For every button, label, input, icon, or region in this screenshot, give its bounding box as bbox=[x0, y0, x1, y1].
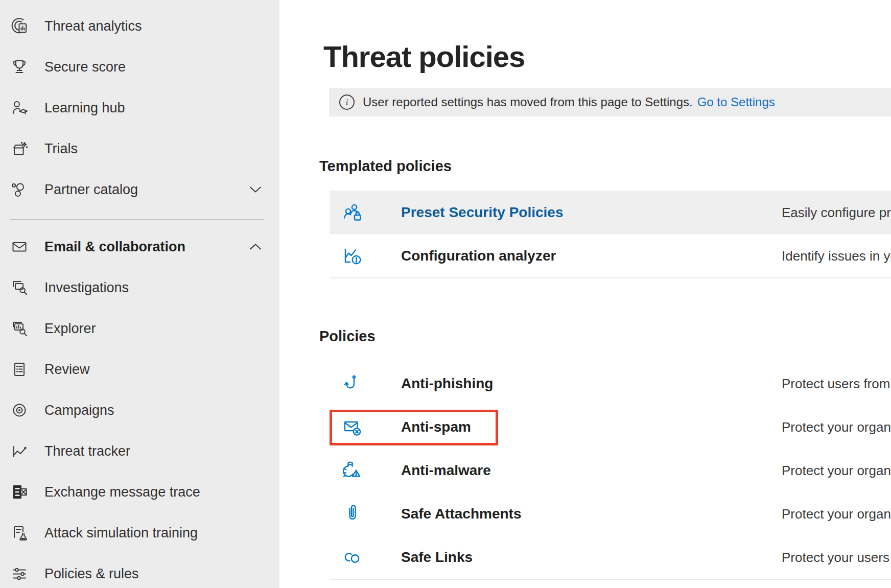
section-heading-policies: Policies bbox=[319, 328, 376, 345]
sidebar-item-threat-analytics[interactable]: Threat analytics bbox=[0, 6, 279, 46]
row-description: Easily configure prot bbox=[782, 204, 891, 220]
sidebar-item-label: Threat tracker bbox=[44, 443, 130, 459]
row-label: Preset Security Policies bbox=[401, 204, 564, 221]
sidebar-item-label: Exchange message trace bbox=[44, 484, 200, 500]
row-safe-links[interactable]: Safe Links Protect your users fr bbox=[330, 535, 891, 580]
row-anti-phishing[interactable]: Anti-phishing Protect users from p bbox=[330, 362, 891, 406]
exchange-icon bbox=[9, 482, 30, 502]
chevron-up-icon bbox=[249, 243, 262, 251]
sidebar-item-label: Attack simulation training bbox=[44, 525, 198, 541]
row-label: Safe Attachments bbox=[401, 506, 521, 522]
row-description: Protect your organiz bbox=[782, 462, 891, 478]
sidebar-item-investigations[interactable]: Investigations bbox=[0, 267, 279, 308]
sidebar-item-label: Learning hub bbox=[44, 100, 125, 116]
safe-links-icon bbox=[341, 546, 364, 569]
row-description: Protect your users fr bbox=[782, 549, 891, 565]
row-label: Anti-spam bbox=[401, 419, 471, 435]
sidebar-item-threat-tracker[interactable]: Threat tracker bbox=[0, 431, 279, 472]
row-label: Anti-malware bbox=[401, 462, 491, 479]
sidebar-item-partner-catalog[interactable]: Partner catalog bbox=[0, 169, 279, 210]
trials-icon bbox=[9, 138, 30, 159]
row-safe-attachments[interactable]: Safe Attachments Protect your organiz bbox=[330, 492, 891, 536]
sidebar-item-review[interactable]: Review bbox=[0, 349, 279, 390]
section-heading-templated-policies: Templated policies bbox=[319, 158, 452, 175]
chevron-down-icon bbox=[249, 185, 262, 194]
preset-security-policies-icon bbox=[341, 201, 364, 224]
partner-catalog-icon bbox=[9, 179, 30, 200]
row-anti-malware[interactable]: Anti-malware Protect your organiz bbox=[330, 449, 891, 493]
anti-spam-icon bbox=[341, 416, 364, 438]
threat-tracker-icon bbox=[9, 441, 30, 461]
attack-simulation-icon bbox=[9, 523, 30, 543]
sidebar-item-campaigns[interactable]: Campaigns bbox=[0, 390, 279, 431]
row-anti-spam[interactable]: Anti-spam Protect your organiz bbox=[330, 405, 891, 450]
sidebar-item-label: Email & collaboration bbox=[44, 239, 185, 255]
configuration-analyzer-icon bbox=[341, 245, 364, 267]
threat-analytics-icon bbox=[9, 16, 30, 36]
row-label: Safe Links bbox=[401, 549, 473, 566]
sidebar-item-label: Review bbox=[44, 362, 90, 378]
row-label: Configuration analyzer bbox=[401, 248, 556, 264]
sidebar-item-learning-hub[interactable]: Learning hub bbox=[0, 87, 279, 128]
info-icon: i bbox=[339, 95, 355, 110]
anti-malware-icon bbox=[341, 459, 364, 482]
go-to-settings-link[interactable]: Go to Settings bbox=[697, 95, 775, 109]
sidebar-item-label: Threat analytics bbox=[44, 18, 142, 34]
learning-hub-icon bbox=[9, 98, 30, 118]
sidebar-item-label: Explorer bbox=[44, 321, 96, 337]
info-banner: i User reported settings has moved from … bbox=[329, 88, 891, 116]
sidebar-item-trials[interactable]: Trials bbox=[0, 128, 279, 169]
sidebar-item-label: Investigations bbox=[44, 280, 129, 296]
row-description: Protect your organiz bbox=[782, 506, 891, 522]
row-configuration-analyzer[interactable]: Configuration analyzer Identify issues i… bbox=[330, 234, 891, 278]
explorer-icon bbox=[9, 318, 30, 339]
row-preset-security-policies[interactable]: Preset Security Policies Easily configur… bbox=[330, 191, 891, 234]
investigations-icon bbox=[9, 277, 30, 298]
row-description: Identify issues in you bbox=[782, 248, 891, 264]
sidebar-item-label: Campaigns bbox=[44, 403, 114, 418]
page-title: Threat policies bbox=[323, 39, 525, 74]
sidebar-item-secure-score[interactable]: Secure score bbox=[0, 46, 279, 87]
row-description: Protect your organiz bbox=[782, 419, 891, 435]
sidebar-item-email-collaboration[interactable]: Email & collaboration bbox=[0, 226, 279, 267]
sidebar-item-label: Secure score bbox=[44, 59, 126, 75]
secure-score-icon bbox=[9, 57, 30, 77]
sidebar-item-label: Policies & rules bbox=[44, 566, 139, 582]
anti-phishing-icon bbox=[341, 372, 364, 395]
sidebar-item-policies-rules[interactable]: Policies & rules bbox=[0, 553, 279, 588]
banner-text: User reported settings has moved from th… bbox=[363, 95, 693, 109]
sidebar-item-exchange-message-trace[interactable]: Exchange message trace bbox=[0, 472, 279, 512]
sidebar-item-label: Partner catalog bbox=[44, 182, 138, 198]
sidebar-divider bbox=[10, 219, 264, 220]
review-icon bbox=[9, 359, 30, 380]
campaigns-icon bbox=[9, 400, 30, 420]
sidebar-item-label: Trials bbox=[44, 141, 78, 157]
row-description: Protect users from p bbox=[782, 375, 891, 391]
sidebar-item-explorer[interactable]: Explorer bbox=[0, 308, 279, 349]
row-label: Anti-phishing bbox=[401, 375, 493, 392]
email-collaboration-icon bbox=[9, 237, 30, 257]
sidebar-item-attack-simulation-training[interactable]: Attack simulation training bbox=[0, 512, 279, 553]
policies-rules-icon bbox=[9, 563, 30, 584]
left-navigation: Threat analytics Secure score Learning h bbox=[0, 0, 279, 588]
safe-attachments-icon bbox=[341, 503, 364, 525]
